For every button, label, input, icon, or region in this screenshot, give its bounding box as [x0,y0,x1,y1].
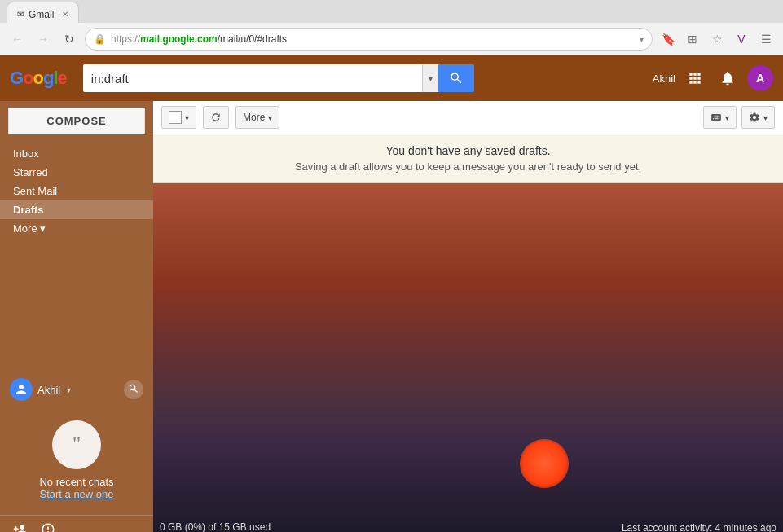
dropdown-arrow-icon: ▾ [640,35,644,44]
address-bar[interactable]: 🔒 https://mail.google.com/mail/u/0/#draf… [85,28,653,51]
footer-right: Last account activity: 4 minutes ago Det… [622,522,776,532]
chat-bubble-icon: " [52,420,101,469]
bookmark-icon[interactable]: 🔖 [658,29,679,50]
select-all-checkbox[interactable] [169,111,182,124]
chat-user-row[interactable]: Akhil ▾ [0,375,153,404]
refresh-icon [210,112,222,123]
keyboard-icon [710,112,722,123]
search-icon [449,71,464,86]
back-button[interactable]: ← [7,29,28,50]
chat-dropdown-arrow-icon: ▾ [67,385,71,394]
forward-button[interactable]: → [33,29,54,50]
settings-dropdown-arrow-icon: ▾ [763,113,768,122]
star-icon[interactable]: ☆ [706,29,728,50]
person-icon [14,382,29,397]
content-area: You don't have any saved drafts. Saving … [153,134,783,532]
tab-title: Gmail [29,9,54,20]
header-right: Akhil A [653,65,773,91]
bell-icon [719,70,736,86]
gmail-body: COMPOSE Inbox Starred Sent Mail Drafts M… [0,101,783,532]
notifications-button[interactable] [715,65,741,91]
search-dropdown-btn[interactable]: ▾ [422,64,438,92]
vivy-icon[interactable]: V [731,29,752,50]
menu-icon[interactable]: ☰ [755,29,776,50]
background-image [153,134,783,532]
hangouts-icon[interactable] [41,522,55,532]
url-display: https://mail.google.com/mail/u/0/#drafts [111,33,635,45]
sent-label: Sent Mail [13,185,57,197]
chat-section: Akhil ▾ " No recent chats Start a new on… [0,368,153,515]
more-dropdown-arrow-icon: ▾ [268,113,272,122]
user-avatar[interactable]: A [747,65,773,91]
sidebar-item-drafts[interactable]: Drafts [0,200,153,219]
search-input[interactable] [83,64,422,92]
select-dropdown-arrow-icon[interactable]: ▾ [185,113,189,122]
sidebar-bottom [0,515,153,532]
last-activity-text: Last account activity: 4 minutes ago [622,522,776,532]
quotemark-icon: " [73,433,81,457]
more-button[interactable]: More ▾ [235,106,279,129]
toolbar-right: ▾ ▾ [703,106,775,129]
empty-state-banner: You don't have any saved drafts. Saving … [153,134,783,183]
google-logo: Google [10,68,67,89]
active-tab[interactable]: ✉ Gmail ✕ [7,2,79,23]
keyboard-dropdown-arrow-icon: ▾ [725,113,729,122]
search-bar: ▾ [83,64,474,92]
storage-section: 0 GB (0%) of 15 GB used Manage [160,519,271,532]
apps-grid-icon [687,70,703,86]
extensions-icon[interactable]: ⊞ [682,29,703,50]
inbox-label: Inbox [13,147,39,160]
browser-actions: 🔖 ⊞ ☆ V ☰ [658,29,776,50]
browser-chrome: ✉ Gmail ✕ ← → ↻ 🔒 https://mail.google.co… [0,0,783,55]
more-label: More [243,112,265,123]
browser-toolbar: ← → ↻ 🔒 https://mail.google.com/mail/u/0… [0,23,783,55]
tab-bar: ✉ Gmail ✕ [0,0,783,23]
tab-close-icon[interactable]: ✕ [62,10,68,19]
toolbar: ▾ More ▾ ▾ [153,101,783,134]
sidebar: COMPOSE Inbox Starred Sent Mail Drafts M… [0,101,153,532]
sidebar-item-starred[interactable]: Starred [0,163,153,182]
chat-user-avatar [10,378,33,401]
start-new-chat-link[interactable]: Start a new one [39,488,113,500]
settings-button[interactable]: ▾ [741,106,775,129]
select-checkbox-btn[interactable]: ▾ [161,106,196,129]
sidebar-item-more[interactable]: More ▾ [0,219,153,238]
gmail-header: Google ▾ Akhil A [0,55,783,101]
search-button[interactable] [438,64,474,92]
user-name-label: Akhil [653,73,675,85]
refresh-button[interactable] [203,106,229,129]
compose-button[interactable]: COMPOSE [8,108,145,134]
gear-icon [749,112,760,123]
empty-state-description: Saving a draft allows you to keep a mess… [169,160,767,173]
chat-user-name: Akhil [37,384,60,396]
starred-label: Starred [13,166,48,178]
empty-state-title: You don't have any saved drafts. [169,144,767,157]
chat-search-button[interactable] [124,380,143,399]
no-recent-chats-text: No recent chats [39,476,113,488]
keyboard-shortcuts-button[interactable]: ▾ [703,106,737,129]
main-content: ▾ More ▾ ▾ [153,101,783,532]
add-person-icon[interactable] [13,522,28,532]
sidebar-item-sent[interactable]: Sent Mail [0,182,153,200]
sidebar-item-inbox[interactable]: Inbox [0,144,153,163]
content-footer: 0 GB (0%) of 15 GB used Manage Terms - P… [153,519,783,532]
tab-favicon: ✉ [17,10,24,19]
storage-used-text: 0 GB (0%) of 15 GB used [160,521,271,532]
security-icon: 🔒 [94,33,106,45]
drafts-label: Drafts [13,204,44,216]
more-label: More ▾ [13,222,46,235]
chat-no-recent: " No recent chats Start a new one [0,404,153,508]
apps-button[interactable] [682,65,708,91]
gmail-app: Google ▾ Akhil A [0,55,783,532]
reload-button[interactable]: ↻ [59,29,80,50]
sunset-sun [520,439,569,488]
chat-search-icon [128,383,139,394]
